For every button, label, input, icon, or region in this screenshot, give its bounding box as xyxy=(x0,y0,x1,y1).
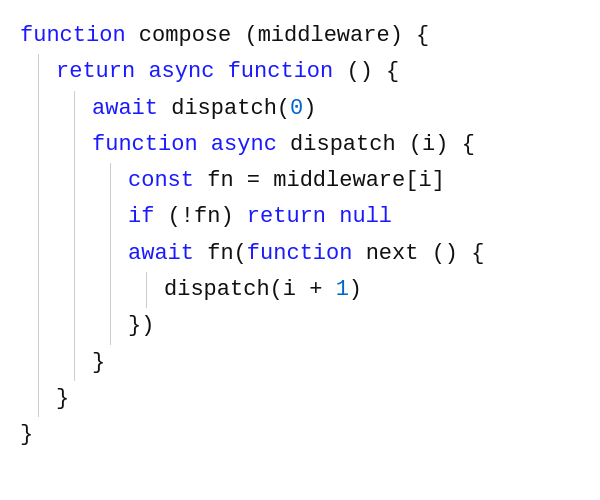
code-token-plain: ) xyxy=(349,272,362,308)
code-token-plain: ) xyxy=(303,91,316,127)
code-token-keyword: function xyxy=(228,54,334,90)
code-token-plain xyxy=(198,127,211,163)
code-line: dispatch(i + 1) xyxy=(16,272,580,308)
code-token-plain xyxy=(135,54,148,90)
code-token-keyword: async xyxy=(211,127,277,163)
code-token-plain: } xyxy=(20,417,33,453)
code-token-keyword: function xyxy=(247,236,353,272)
code-line: }) xyxy=(16,308,580,344)
code-token-plain xyxy=(326,199,339,235)
code-token-plain: () { xyxy=(333,54,399,90)
code-line: } xyxy=(16,345,580,381)
code-line: const fn = middleware[i] xyxy=(16,163,580,199)
code-line: } xyxy=(16,417,580,453)
code-token-plain: fn = middleware[i] xyxy=(194,163,445,199)
code-token-plain: (!fn) xyxy=(154,199,246,235)
code-line: await fn(function next () { xyxy=(16,236,580,272)
code-line: if (!fn) return null xyxy=(16,199,580,235)
code-line: function compose (middleware) { xyxy=(16,18,580,54)
code-token-keyword: function xyxy=(92,127,198,163)
code-token-keyword: null xyxy=(339,199,392,235)
code-token-keyword: function xyxy=(20,18,126,54)
code-token-keyword: const xyxy=(128,163,194,199)
code-token-plain: } xyxy=(92,345,105,381)
code-token-plain: dispatch(i + xyxy=(164,272,336,308)
code-token-keyword: return xyxy=(247,199,326,235)
code-line: return async function () { xyxy=(16,54,580,90)
code-token-plain: dispatch (i) { xyxy=(277,127,475,163)
code-token-number: 0 xyxy=(290,91,303,127)
code-token-plain: fn( xyxy=(194,236,247,272)
code-token-number: 1 xyxy=(336,272,349,308)
code-line: await dispatch(0) xyxy=(16,91,580,127)
code-block: function compose (middleware) {return as… xyxy=(0,0,600,500)
code-token-plain xyxy=(214,54,227,90)
code-token-plain: dispatch( xyxy=(158,91,290,127)
code-line: function async dispatch (i) { xyxy=(16,127,580,163)
code-token-keyword: await xyxy=(128,236,194,272)
code-token-plain: compose (middleware) { xyxy=(126,18,430,54)
code-token-keyword: async xyxy=(148,54,214,90)
code-token-keyword: return xyxy=(56,54,135,90)
code-token-plain: } xyxy=(56,381,69,417)
code-token-plain: }) xyxy=(128,308,154,344)
code-line: } xyxy=(16,381,580,417)
code-token-plain: next () { xyxy=(352,236,484,272)
code-token-keyword: if xyxy=(128,199,154,235)
code-token-keyword: await xyxy=(92,91,158,127)
